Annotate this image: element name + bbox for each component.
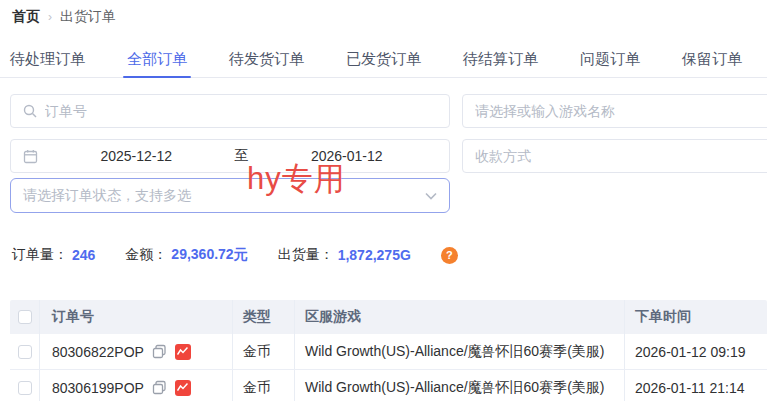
table-row: 80306199POP 金币 Wild Growth(US)-Alliance/… (10, 370, 767, 401)
table-header-row: 订单号 类型 区服游戏 下单时间 (10, 300, 767, 334)
order-number-text: 80306822POP (52, 344, 144, 360)
order-time-cell: 2026-01-12 09:19 (625, 334, 767, 369)
order-number-search-box (10, 94, 450, 128)
breadcrumb-home-link[interactable]: 首页 (12, 8, 40, 26)
stat-amount-label: 金额： (125, 246, 167, 264)
row-checkbox[interactable] (18, 381, 32, 395)
search-icon (23, 104, 37, 118)
table-header-time: 下单时间 (625, 300, 767, 334)
stat-order-count-value: 246 (72, 247, 95, 263)
tab-to-ship-orders[interactable]: 待发货订单 (229, 44, 304, 77)
price-trend-icon[interactable] (175, 344, 191, 360)
copy-icon[interactable] (152, 344, 167, 359)
order-number-cell: 80306822POP (40, 334, 233, 369)
chevron-down-icon (425, 192, 437, 200)
tab-problem-orders[interactable]: 问题订单 (580, 44, 640, 77)
stat-order-count-label: 订单量： (12, 246, 68, 264)
payment-method-input[interactable] (475, 148, 767, 164)
order-tabs: 待处理订单 全部订单 待发货订单 已发货订单 待结算订单 问题订单 保留订单 (0, 44, 767, 78)
row-checkbox[interactable] (18, 345, 32, 359)
breadcrumb-separator-icon: › (48, 10, 52, 24)
row-checkbox-cell (10, 334, 40, 369)
table-row: 80306822POP 金币 Wild Growth(US)-Alliance/… (10, 334, 767, 370)
row-checkbox-cell (10, 370, 40, 401)
table-header-game: 区服游戏 (295, 300, 625, 334)
order-status-multiselect[interactable]: 请选择订单状态，支持多选 (10, 178, 450, 213)
select-all-checkbox[interactable] (18, 310, 32, 324)
stat-order-count: 订单量： 246 (12, 246, 95, 264)
date-start-value[interactable]: 2025-12-12 (46, 148, 227, 164)
payment-method-select-box (462, 139, 767, 173)
order-number-input[interactable] (45, 103, 437, 119)
summary-stats: 订单量： 246 金额： 29,360.72元 出货量： 1,872,275G … (12, 246, 458, 264)
order-game-cell: Wild Growth(US)-Alliance/魔兽怀旧60赛季(美服) (295, 370, 625, 401)
red-annotation-text: hy专用 (247, 158, 346, 200)
order-type-cell: 金币 (233, 334, 295, 369)
order-number-cell: 80306199POP (40, 370, 233, 401)
order-number-text: 80306199POP (52, 380, 144, 396)
stat-shipment-value: 1,872,275G (338, 247, 411, 263)
price-trend-icon[interactable] (175, 380, 191, 396)
game-name-select-box (462, 94, 767, 128)
game-name-input[interactable] (475, 103, 767, 119)
order-status-placeholder: 请选择订单状态，支持多选 (23, 187, 191, 205)
tab-to-settle-orders[interactable]: 待结算订单 (463, 44, 538, 77)
order-type-cell: 金币 (233, 370, 295, 401)
stat-amount-value: 29,360.72元 (171, 246, 247, 264)
tab-retained-orders[interactable]: 保留订单 (682, 44, 742, 77)
copy-icon[interactable] (152, 380, 167, 395)
breadcrumb-current: 出货订单 (60, 8, 116, 26)
help-icon[interactable]: ? (441, 247, 458, 264)
tab-pending-orders[interactable]: 待处理订单 (10, 44, 85, 77)
stat-shipment-label: 出货量： (278, 246, 334, 264)
date-range-picker[interactable]: 2025-12-12 至 2026-01-12 (10, 139, 450, 173)
stat-shipment: 出货量： 1,872,275G (278, 246, 411, 264)
table-header-type: 类型 (233, 300, 295, 334)
calendar-icon (23, 149, 38, 164)
tab-all-orders[interactable]: 全部订单 (127, 44, 187, 77)
stat-amount: 金额： 29,360.72元 (125, 246, 247, 264)
tab-shipped-orders[interactable]: 已发货订单 (346, 44, 421, 77)
table-header-checkbox-cell (10, 300, 40, 334)
order-time-cell: 2026-01-11 21:14 (625, 370, 767, 401)
breadcrumb: 首页 › 出货订单 (12, 8, 116, 26)
orders-table: 订单号 类型 区服游戏 下单时间 80306822POP 金币 Wild Gro… (10, 300, 767, 401)
order-game-cell: Wild Growth(US)-Alliance/魔兽怀旧60赛季(美服) (295, 334, 625, 369)
shipping-orders-page: 首页 › 出货订单 待处理订单 全部订单 待发货订单 已发货订单 待结算订单 问… (0, 0, 767, 401)
table-header-order-no: 订单号 (40, 300, 233, 334)
